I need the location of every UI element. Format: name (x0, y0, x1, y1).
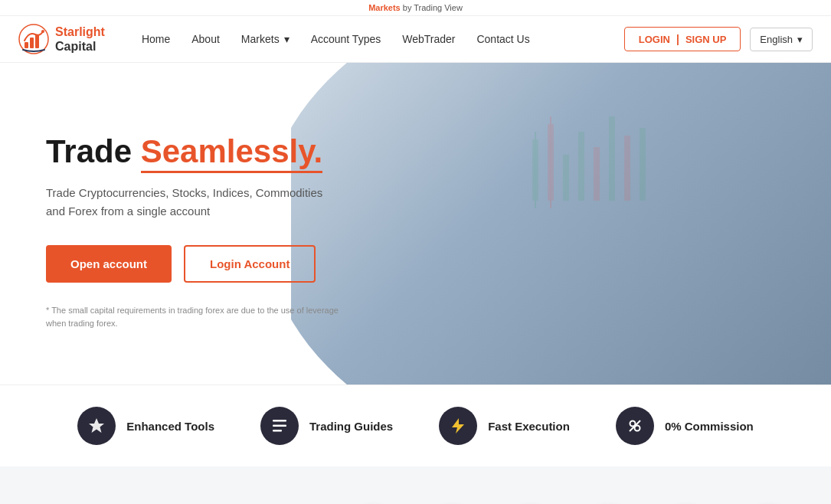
enhanced-tools-icon-circle (77, 407, 116, 445)
feature-zero-commission: 0% Commission (616, 407, 754, 445)
chevron-down-icon: ▾ (797, 34, 803, 45)
zero-commission-icon-circle (616, 407, 654, 445)
trading-guides-icon (270, 417, 289, 435)
trading-products-section: Trading products Choose from 6 asset cla… (0, 466, 831, 504)
features-bar: Enhanced Tools Trading Guides Fast Execu… (0, 385, 831, 466)
nav-account-types[interactable]: Account Types (311, 33, 381, 45)
nav-links: Home About Markets ▾ Account Types WebTr… (142, 33, 624, 45)
feature-trading-guides: Trading Guides (260, 407, 393, 445)
chevron-down-icon: ▾ (284, 33, 290, 45)
svg-rect-15 (273, 420, 286, 422)
logo-text: StarlightCapital (55, 25, 105, 54)
hero-title: Trade Seamlessly. (46, 133, 785, 170)
enhanced-tools-icon (87, 417, 106, 435)
nav-contact[interactable]: Contact Us (476, 33, 529, 45)
fast-execution-icon-circle (439, 407, 477, 445)
svg-rect-16 (273, 425, 286, 427)
login-label: LOGIN (639, 34, 670, 45)
open-account-button[interactable]: Open account (46, 245, 172, 283)
language-button[interactable]: English ▾ (750, 28, 813, 51)
markets-banner-link[interactable]: Markets (368, 3, 401, 12)
svg-rect-17 (273, 430, 282, 432)
fast-execution-icon (449, 417, 467, 435)
svg-rect-3 (35, 34, 39, 48)
markets-banner: Markets by Trading View (0, 0, 831, 16)
hero-subtitle: Trade Cryptocurrencies, Stocks, Indices,… (46, 184, 337, 221)
feature-enhanced-tools: Enhanced Tools (77, 407, 214, 445)
hero-disclaimer: * The small capital requirements in trad… (46, 304, 352, 329)
hero-content: Trade Seamlessly. Trade Cryptocurrencies… (0, 87, 831, 360)
zero-commission-icon (626, 417, 644, 435)
hero-section: Trade Seamlessly. Trade Cryptocurrencies… (0, 63, 831, 385)
nav-actions: LOGIN | SIGN UP English ▾ (624, 27, 813, 51)
features-inner: Enhanced Tools Trading Guides Fast Execu… (0, 407, 831, 445)
trading-guides-label: Trading Guides (309, 420, 393, 433)
navbar: StarlightCapital Home About Markets ▾ Ac… (0, 16, 831, 62)
zero-commission-label: 0% Commission (665, 420, 754, 433)
logo-icon (18, 24, 49, 54)
hero-buttons: Open account Login Account (46, 245, 785, 283)
enhanced-tools-label: Enhanced Tools (126, 420, 214, 433)
signup-label: SIGN UP (685, 34, 726, 45)
svg-rect-1 (25, 42, 28, 48)
nav-home[interactable]: Home (142, 33, 170, 45)
logo[interactable]: StarlightCapital (18, 24, 105, 54)
nav-markets[interactable]: Markets ▾ (241, 33, 290, 45)
nav-webtrader[interactable]: WebTrader (402, 33, 455, 45)
feature-fast-execution: Fast Execution (439, 407, 570, 445)
language-label: English (760, 34, 793, 45)
fast-execution-label: Fast Execution (488, 420, 570, 433)
login-account-button[interactable]: Login Account (184, 245, 316, 283)
svg-point-4 (41, 30, 44, 33)
svg-rect-2 (30, 38, 34, 48)
trading-guides-icon-circle (260, 407, 299, 445)
divider: | (676, 33, 679, 45)
login-signup-button[interactable]: LOGIN | SIGN UP (624, 27, 741, 51)
nav-about[interactable]: About (191, 33, 220, 45)
